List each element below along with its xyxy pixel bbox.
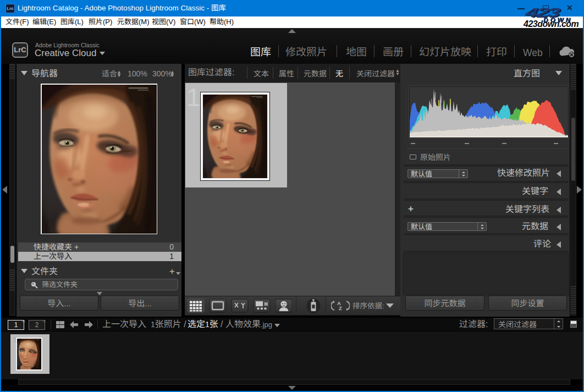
svg-text:Z: Z bbox=[339, 305, 342, 311]
